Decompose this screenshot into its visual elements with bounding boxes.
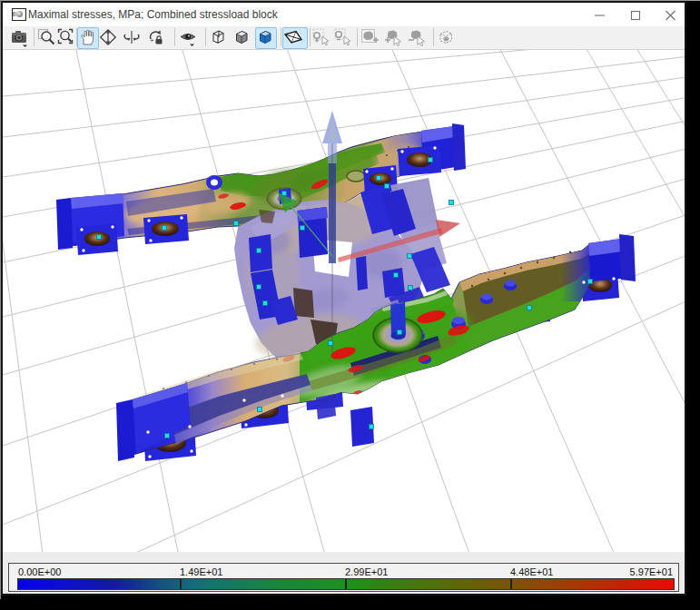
svg-text:+: + — [150, 36, 154, 44]
